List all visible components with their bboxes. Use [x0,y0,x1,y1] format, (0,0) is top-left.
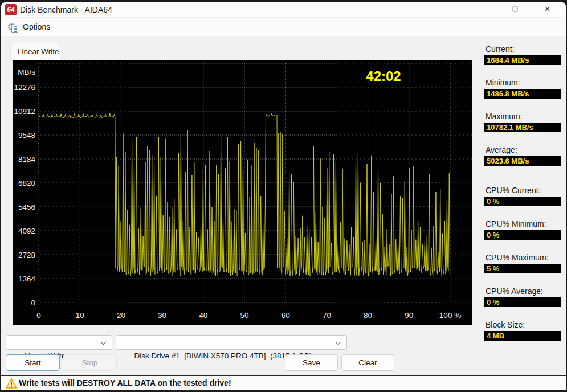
linear-write-chart: 1227610912954881846820545640922728136400… [13,60,472,325]
svg-text:9548: 9548 [18,131,35,140]
svg-text:4092: 4092 [18,227,35,235]
stat-maximum: Maximum: 10782.1 MB/s [484,112,561,133]
svg-text:10: 10 [76,311,84,320]
stat-label: Average: [486,145,517,154]
stat-value: 0 % [484,197,561,206]
svg-text:42:02: 42:02 [366,68,401,84]
stat-label: Maximum: [486,112,523,121]
stat-cpu-average: CPU% Average: 0 % [484,287,561,308]
stop-button[interactable]: Stop [63,354,117,371]
window-title: Disk Benchmark - AIDA64 [20,2,112,17]
svg-text:50: 50 [240,311,248,320]
stat-label: CPU% Maximum: [486,253,548,262]
svg-text:100 %: 100 % [439,311,461,320]
svg-text:90: 90 [405,311,413,320]
options-gear-icon: ⚙ [7,21,21,34]
menu-item-options[interactable]: ⚙ Options [3,19,56,35]
svg-text:30: 30 [158,311,166,320]
close-button[interactable]: × [534,2,561,17]
svg-text:1364: 1364 [18,275,36,283]
svg-text:12276: 12276 [14,83,35,92]
panel-divider [480,36,480,375]
stat-current: Current: 1684.4 MB/s [484,44,561,66]
test-type-select[interactable]: Linear Write [6,335,112,350]
warning-bar: ! Write tests will DESTROY ALL DATA on t… [1,375,566,390]
stat-value: 1486.8 MB/s [484,89,561,99]
svg-text:20: 20 [117,311,125,320]
svg-text:5456: 5456 [18,203,35,211]
stat-average: Average: 5023.6 MB/s [484,145,561,166]
tab-linear-write[interactable]: Linear Write [10,43,60,60]
screen-frame: 64 Disk Benchmark - AIDA64 – × ⚙ Options… [0,0,567,392]
maximize-icon [512,6,518,12]
stat-label: Current: [486,44,515,54]
svg-text:40: 40 [199,311,207,320]
chevron-down-icon [336,340,341,345]
stat-value: 0 % [484,297,561,307]
minimize-button[interactable]: – [469,2,496,17]
options-label: Options [23,22,50,31]
svg-text:80: 80 [364,311,372,320]
svg-text:10912: 10912 [14,107,35,116]
svg-text:6820: 6820 [18,179,35,187]
benchmark-chart-area: 1227610912954881846820545640922728136400… [13,60,472,325]
stat-label: Minimum: [486,78,520,87]
stat-cpu-maximum: CPU% Maximum: 5 % [484,253,561,274]
stat-label: Block Size: [486,320,525,329]
warning-icon: ! [6,378,17,389]
menu-bar: ⚙ Options [1,18,566,36]
stat-value: 0 % [484,230,561,240]
svg-text:MB/s: MB/s [18,68,35,76]
stat-cpu-minimum: CPU% Minimum: 0 % [484,219,561,240]
save-button[interactable]: Save [285,354,338,371]
chevron-down-icon [101,340,107,345]
svg-text:8184: 8184 [18,155,36,164]
stat-label: CPU% Average: [486,287,543,296]
title-bar: 64 Disk Benchmark - AIDA64 – × [1,2,566,17]
svg-text:!: ! [10,381,13,388]
stat-label: CPU% Current: [486,186,540,195]
stat-value: 1684.4 MB/s [484,55,561,65]
stat-value: 5023.6 MB/s [484,156,561,166]
stat-block-size: Block Size: 4 MB [484,320,561,341]
stat-value: 4 MB [484,331,561,341]
svg-text:0: 0 [31,299,35,307]
svg-text:60: 60 [282,311,290,320]
stat-minimum: Minimum: 1486.8 MB/s [484,78,561,99]
maximize-button[interactable] [501,2,528,17]
stat-value: 5 % [484,264,561,273]
close-icon: × [545,3,550,14]
clear-button[interactable]: Clear [341,354,394,371]
start-button[interactable]: Start [6,354,60,371]
svg-text:2728: 2728 [18,251,35,259]
stat-label: CPU% Minimum: [486,219,546,228]
svg-text:0: 0 [36,311,41,320]
stat-value: 10782.1 MB/s [484,122,561,132]
app-window: 64 Disk Benchmark - AIDA64 – × ⚙ Options… [1,2,566,390]
aida64-icon: 64 [5,4,17,15]
warning-text: Write tests will DESTROY ALL DATA on the… [19,376,231,390]
svg-text:70: 70 [323,311,331,320]
disk-drive-select[interactable]: Disk Drive #1 [BIWIN X570 PRO 4TB] (3815… [116,335,347,350]
minimize-icon: – [480,4,484,14]
stat-cpu-current: CPU% Current: 0 % [484,186,561,207]
